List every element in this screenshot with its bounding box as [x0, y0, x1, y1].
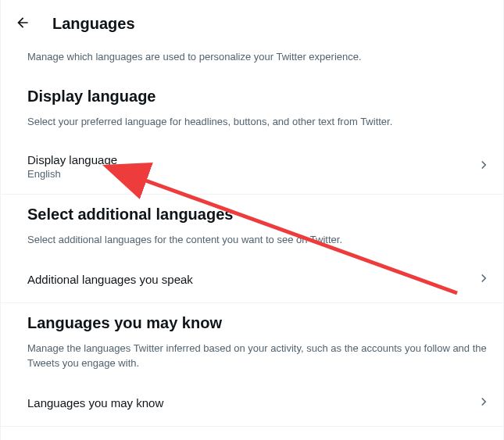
- display-language-row-text: Display language English: [27, 153, 117, 180]
- languages-settings-panel: Languages Manage which languages are use…: [0, 0, 504, 440]
- chevron-right-icon: [477, 271, 491, 288]
- languages-you-may-know-row-label: Languages you may know: [27, 396, 163, 410]
- back-arrow-icon: [15, 15, 30, 33]
- languages-you-may-know-row-text: Languages you may know: [27, 396, 163, 410]
- additional-languages-row-text: Additional languages you speak: [27, 273, 193, 286]
- languages-you-may-know-heading: Languages you may know: [1, 303, 503, 335]
- display-language-row-label: Display language: [27, 153, 117, 166]
- chevron-right-icon: [477, 395, 491, 412]
- display-language-desc: Select your preferred language for headl…: [1, 109, 503, 142]
- panel-header: Languages: [1, 0, 503, 47]
- display-language-row-value: English: [27, 168, 117, 180]
- languages-you-may-know-desc: Manage the languages Twitter inferred ba…: [1, 335, 503, 384]
- additional-languages-desc: Select additional languages for the cont…: [1, 227, 503, 260]
- languages-you-may-know-row[interactable]: Languages you may know: [1, 384, 503, 423]
- chevron-right-icon: [477, 158, 491, 175]
- additional-languages-heading: Select additional languages: [1, 195, 503, 227]
- back-button[interactable]: [9, 9, 37, 38]
- display-language-section: Display language Select your preferred l…: [1, 77, 503, 195]
- additional-languages-row[interactable]: Additional languages you speak: [1, 260, 503, 299]
- additional-languages-row-label: Additional languages you speak: [27, 273, 193, 286]
- display-language-heading: Display language: [1, 77, 503, 109]
- languages-you-may-know-section: Languages you may know Manage the langua…: [1, 303, 503, 427]
- page-title: Languages: [52, 15, 135, 33]
- page-intro: Manage which languages are used to perso…: [1, 47, 503, 77]
- additional-languages-section: Select additional languages Select addit…: [1, 195, 503, 303]
- display-language-row[interactable]: Display language English: [1, 142, 503, 191]
